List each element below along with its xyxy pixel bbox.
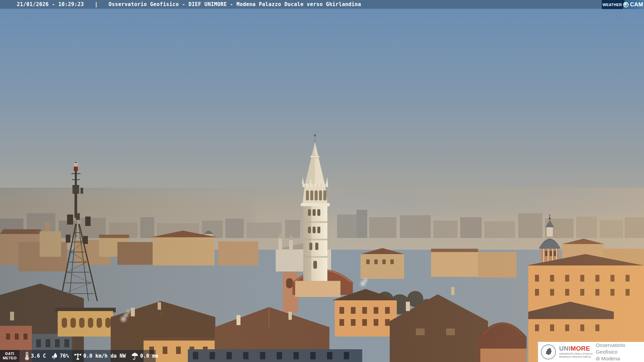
unimore-logo-box: UNIMORE UNIVERSITÀ DEGLI STUDI DI MODENA… — [538, 342, 644, 362]
light-overlay — [0, 188, 644, 362]
wind-reading: 0.0 km/h da NW — [74, 352, 125, 360]
university-name: UNIVERSITÀ DEGLI STUDI DI MODENA E REGGI… — [559, 353, 593, 358]
camera-title: Osservatorio Geofisico - DIEF UNIMORE - … — [109, 1, 361, 7]
unimore-seal-icon — [541, 344, 556, 360]
umbrella-icon — [131, 352, 139, 360]
unimore-wordmark: UNIMORE — [559, 345, 593, 352]
separator: | — [95, 1, 98, 7]
unimore-wordmark-block: UNIMORE UNIVERSITÀ DEGLI STUDI DI MODENA… — [559, 345, 593, 358]
weathercam-cam-text: CAM — [630, 1, 643, 8]
weather-data-label: DATI METEO — [0, 350, 19, 362]
observatory-name: Osservatorio Geofisico di Modena — [596, 342, 641, 362]
weathercam-weather-text: WEATHER — [603, 3, 622, 7]
weathercam-lens-icon — [623, 2, 629, 7]
humidity-drops-icon — [51, 352, 58, 360]
timestamp: 21/01/2026 - 10:29:23 — [17, 1, 84, 7]
webcam-photo — [0, 0, 644, 362]
precipitation-reading: 0.0 mm — [131, 352, 158, 360]
weathercam-logo: WEATHER CAM — [602, 0, 644, 9]
anemometer-icon — [74, 352, 82, 360]
temperature-reading: 3.6 C — [25, 352, 46, 360]
thermometer-icon — [25, 352, 29, 360]
header-bar: 21/01/2026 - 10:29:23 | Osservatorio Geo… — [0, 0, 644, 9]
weather-data-bar: DATI METEO 3.6 C 76% 0.0 km/h da NW — [0, 350, 156, 362]
humidity-reading: 76% — [51, 352, 69, 360]
